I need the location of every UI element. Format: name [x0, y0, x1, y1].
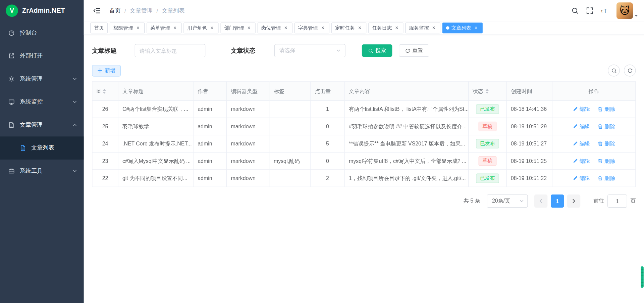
column-header-status[interactable]: 状态 [468, 82, 506, 100]
tab-home[interactable]: 首页 [90, 23, 107, 33]
column-header-hits: 点击量 [311, 82, 345, 100]
articles-table: id文章标题作者编辑器类型标签点击量文章内容状态创建时间操作 26C#两个lis… [92, 81, 636, 187]
close-icon[interactable]: × [394, 25, 399, 31]
tab-job[interactable]: 定时任务× [331, 23, 366, 33]
tab-dict[interactable]: 字典管理× [294, 23, 329, 33]
prev-page-button[interactable] [534, 194, 547, 208]
fold-sidebar-icon[interactable] [93, 6, 101, 14]
status-filter-select[interactable]: 请选择 [274, 44, 345, 57]
topbar-actions: tT 🐱 [571, 2, 638, 19]
sort-icon[interactable] [103, 89, 106, 94]
edit-icon [573, 176, 578, 181]
cell-editor: markdown [227, 100, 269, 118]
user-menu[interactable]: 🐱 [616, 2, 638, 19]
avatar[interactable]: 🐱 [616, 2, 633, 19]
breadcrumb-item[interactable]: 首页 [109, 7, 121, 14]
tab-label: 任务日志 [372, 25, 392, 32]
refresh-table-button[interactable] [624, 64, 636, 76]
tab-dept[interactable]: 部门管理× [221, 23, 256, 33]
font-size-icon[interactable]: tT [601, 7, 608, 14]
close-icon[interactable]: × [246, 25, 252, 31]
chevron-down-icon [72, 77, 77, 82]
close-icon[interactable]: × [172, 25, 178, 31]
page-size-select[interactable]: 20条/页 [487, 194, 528, 208]
scrollbar-thumb[interactable] [641, 266, 644, 288]
cell-id: 24 [92, 135, 118, 152]
tab-label: 部门管理 [224, 25, 244, 32]
sidebar-item-label: 系统监控 [20, 98, 67, 106]
goto-group: 前往 页 [593, 194, 636, 208]
delete-link[interactable]: 删除 [598, 157, 615, 165]
topbar: 首页/文章管理/文章列表 tT 🐱 [84, 0, 644, 21]
close-icon[interactable]: × [209, 25, 215, 31]
table-row: 26C#两个list集合实现关联，...adminmarkdown1有两个lis… [92, 100, 636, 118]
tab-permission[interactable]: 权限管理× [110, 23, 145, 33]
page-suffix: 页 [631, 197, 636, 205]
search-icon[interactable] [571, 7, 579, 14]
next-page-button[interactable] [567, 194, 580, 208]
sidebar-item-system[interactable]: 系统管理 [0, 68, 84, 91]
cell-content: **错误提示** 当电脑更新 VS2017 版本后，如果... [344, 135, 468, 152]
table-tools [608, 64, 636, 76]
tab-post[interactable]: 岗位管理× [258, 23, 292, 33]
sidebar-item-label: 系统工具 [20, 167, 67, 175]
search-button[interactable]: 搜索 [362, 44, 392, 57]
logo-letter: V [10, 7, 14, 14]
sidebar-item-monitor[interactable]: 系统监控 [0, 90, 84, 114]
tab-job-log[interactable]: 任务日志× [368, 23, 403, 33]
delete-link[interactable]: 删除 [598, 175, 615, 182]
delete-link[interactable]: 删除 [598, 105, 615, 113]
row-actions: 编辑删除 [556, 140, 631, 147]
sidebar-subitem-article-list[interactable]: 文章列表 [0, 136, 84, 160]
sidebar-item-label: 系统管理 [20, 75, 67, 83]
delete-link[interactable]: 删除 [598, 140, 615, 147]
delete-icon [598, 124, 603, 129]
tab-article-list[interactable]: 文章列表× [442, 23, 483, 33]
cell-created: 08-19 10:51:25 [506, 152, 552, 169]
fullscreen-icon[interactable] [586, 7, 593, 14]
tab-server-monitor[interactable]: 服务监控× [406, 23, 440, 33]
status-filter-label: 文章状态 [231, 47, 255, 54]
cell-actions: 编辑删除 [552, 152, 636, 169]
edit-link[interactable]: 编辑 [573, 140, 590, 147]
status-badge: 草稿 [478, 122, 496, 131]
main-area: 首页/文章管理/文章列表 tT 🐱 首页权限管理×菜单管理×用户角色×部门管理×… [84, 0, 644, 303]
close-icon[interactable]: × [357, 25, 363, 31]
reset-button[interactable]: 重置 [399, 44, 429, 57]
filter-form: 文章标题 文章状态 请选择 搜索 重置 [92, 44, 636, 57]
sidebar-item-external[interactable]: 外部打开 [0, 44, 84, 68]
monitor-icon [8, 99, 15, 105]
sidebar-item-tools[interactable]: 系统工具 [0, 160, 84, 183]
toggle-search-button[interactable] [608, 64, 620, 76]
status-badge: 已发布 [476, 139, 499, 148]
cell-actions: 编辑删除 [552, 170, 636, 187]
sidebar-item-console[interactable]: 控制台 [0, 21, 84, 45]
column-header-id[interactable]: id [92, 82, 118, 100]
tab-user-role[interactable]: 用户角色× [183, 23, 218, 33]
title-filter-input[interactable] [135, 44, 206, 57]
edit-link[interactable]: 编辑 [573, 157, 590, 165]
sort-icon[interactable] [485, 89, 489, 94]
close-icon[interactable]: × [283, 25, 289, 31]
page-number-button[interactable]: 1 [551, 194, 564, 208]
tab-label: 字典管理 [298, 25, 318, 32]
close-icon[interactable]: × [320, 25, 326, 31]
add-button[interactable]: 新增 [92, 65, 121, 76]
goto-page-input[interactable] [607, 194, 627, 208]
cell-editor: markdown [227, 135, 269, 152]
cell-status: 草稿 [468, 152, 506, 169]
edit-link[interactable]: 编辑 [573, 123, 590, 130]
logo[interactable]: V ZrAdmin.NET [0, 0, 84, 21]
edit-link[interactable]: 编辑 [573, 175, 590, 182]
sidebar-item-article[interactable]: 文章管理 [0, 114, 84, 137]
close-icon[interactable]: × [431, 25, 437, 31]
table-body: 26C#两个list集合实现关联，...adminmarkdown1有两个lis… [92, 100, 636, 187]
tab-menu[interactable]: 菜单管理× [147, 23, 181, 33]
table-row: 25羽毛球教学adminmarkdown0#羽毛球拍参数说明 ## 中管软硬选择… [92, 118, 636, 135]
cell-hits: 0 [311, 118, 345, 135]
edit-link[interactable]: 编辑 [573, 105, 590, 113]
close-icon[interactable]: × [473, 25, 479, 31]
close-icon[interactable]: × [135, 25, 141, 31]
table-toolbar: 新增 [92, 64, 636, 76]
delete-link[interactable]: 删除 [598, 123, 615, 130]
